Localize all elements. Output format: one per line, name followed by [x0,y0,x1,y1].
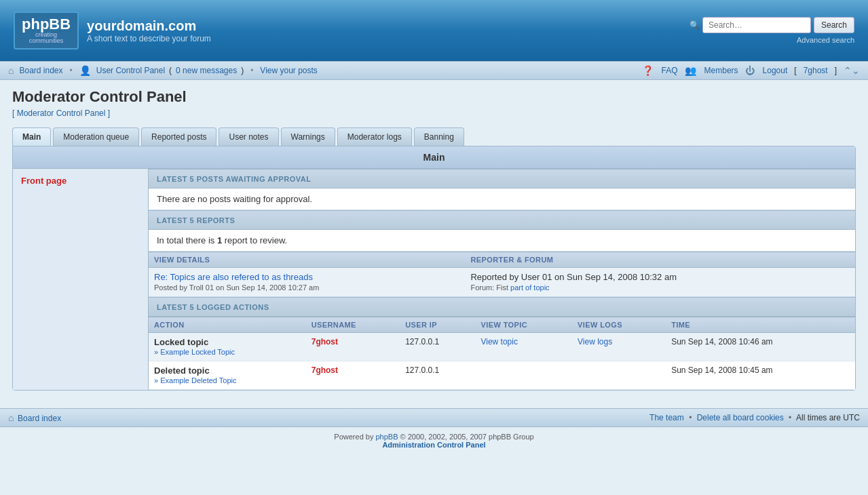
report-forum-text: Forum: Fist part of topic [470,283,549,292]
site-tagline: A short text to describe your forum [87,34,211,43]
actions-col-username: Username [306,317,400,333]
logo-communities: communities [22,38,71,44]
action-cell-time: Sun Sep 14, 2008 10:45 am [666,361,855,390]
action-cell-viewtopic [475,361,572,390]
new-messages-link[interactable]: 0 new messages [176,66,237,75]
action-sub: » Example Deleted Topic [154,376,236,384]
footer-home-icon: ⌂ [8,412,14,423]
tab-moderator-logs[interactable]: Moderator logs [337,127,412,146]
action-row: Deleted topic » Example Deleted Topic 7g… [149,361,855,390]
actions-col-time: Time [666,317,855,333]
faq-icon: ❓ [642,65,654,76]
members-icon: 👥 [685,65,696,76]
tab-user-notes[interactable]: User notes [219,127,278,146]
footer-copyright: © 2000, 2002, 2005, 2007 phpBB Group [398,433,534,441]
action-cell-username: 7ghost [306,361,400,390]
search-button[interactable]: Search [814,17,854,33]
footer-bar: ⌂ Board index The team • Delete all boar… [0,408,868,427]
tab-banning[interactable]: Banning [414,127,464,146]
members-link[interactable]: Members [704,66,738,75]
content: Moderator Control Panel [ Moderator Cont… [0,80,868,399]
header: phpBB creating communities yourdomain.co… [0,0,868,61]
approval-section-header: Latest 5 posts awaiting approval [149,169,855,189]
view-logs-link-1[interactable]: View logs [578,337,612,346]
report-forum-link[interactable]: part of topic [510,283,549,292]
action-sub-link[interactable]: » Example Locked Topic [154,348,235,356]
sidebar-front-page[interactable]: Front page [21,176,140,186]
footer-board-index-link[interactable]: Board index [18,414,61,423]
reports-col-details: View details [149,252,465,268]
breadcrumb[interactable]: [ Moderator Control Panel ] [12,108,856,118]
faq-link[interactable]: FAQ [662,66,678,75]
site-domain: yourdomain.com [87,18,211,34]
logout-icon: ⏻ [745,65,755,76]
action-username-link[interactable]: 7ghost [312,337,338,346]
logo-phpbb: phpBB [22,16,71,33]
tab-warnings[interactable]: Warnings [281,127,335,146]
actions-table: Action Username User IP View Topic View … [149,317,855,390]
logout-link[interactable]: Logout [763,66,788,75]
view-topic-link-1[interactable]: View topic [480,337,517,346]
action-sub-link[interactable]: » Example Deleted Topic [154,376,236,384]
footer-bar-left: ⌂ Board index [8,412,61,423]
breadcrumb-link[interactable]: [ Moderator Control Panel ] [12,108,110,118]
footer-bar-right: The team • Delete all board cookies • Al… [649,413,860,422]
tab-main[interactable]: Main [12,127,51,146]
action-cell-time: Sun Sep 14, 2008 10:46 am [666,333,855,361]
action-cell-viewlogs: View logs [572,333,666,361]
reports-summary-post: report to review. [222,235,287,245]
actions-col-viewtopic: View Topic [475,317,572,333]
action-cell-viewlogs [572,361,666,390]
report-details-cell: Re: Topics are also refered to as thread… [149,268,465,297]
report-posted-by: Posted by Troll 01 on Sun Sep 14, 2008 1… [154,283,319,292]
footer-all-times: All times are UTC [796,413,860,422]
search-input[interactable] [702,17,811,33]
view-your-posts-link[interactable]: View your posts [260,66,318,75]
navbar-bracket-open: [ [794,66,796,75]
search-icon: 🔍 [690,20,700,30]
collapse-icon[interactable]: ⌃⌄ [844,65,860,76]
user-control-panel-link[interactable]: User Control Panel [96,66,165,75]
tab-reported-posts[interactable]: Reported posts [141,127,216,146]
report-reporter-text: Reported by User 01 on Sun Sep 14, 2008 … [470,272,677,282]
page-title: Moderator Control Panel [12,88,856,106]
report-title-link[interactable]: Re: Topics are also refered to as thread… [154,272,313,282]
navbar-bracket-close: ] [835,66,837,75]
footer-admin-panel-link[interactable]: Administration Control Panel [382,441,485,449]
logo-area: phpBB creating communities yourdomain.co… [14,12,211,50]
approval-section-body: There are no posts waiting for approval. [149,189,855,210]
approval-empty-text: There are no posts waiting for approval. [157,194,312,204]
reports-summary-pre: In total there is [157,235,217,245]
footer-bullet-2: • [789,413,791,422]
user-icon: 👤 [79,65,91,76]
tab-moderation-queue[interactable]: Moderation queue [53,127,139,146]
action-row: Locked topic » Example Locked Topic 7gho… [149,333,855,361]
panel-body: Front page Latest 5 posts awaiting appro… [13,169,855,390]
action-cell-action: Locked topic » Example Locked Topic [149,333,306,361]
action-title: Deleted topic [154,365,210,376]
search-row: 🔍 Search [690,17,854,33]
panel-header: Main [13,146,855,169]
tabs: Main Moderation queue Reported posts Use… [12,127,856,146]
footer-delete-cookies-link[interactable]: Delete all board cookies [697,413,784,422]
report-row: Re: Topics are also refered to as thread… [149,268,855,297]
navbar-paren-close: ) [241,66,244,75]
footer-phpbb-link[interactable]: phpBB [375,433,398,441]
action-sub: » Example Locked Topic [154,348,235,356]
actions-section-header: Latest 5 logged actions [149,297,855,317]
footer-team-link[interactable]: The team [649,413,684,422]
action-username-link[interactable]: 7ghost [312,365,338,375]
username-link[interactable]: 7ghost [804,66,828,75]
site-title: yourdomain.com A short text to describe … [87,18,211,43]
advanced-search-link[interactable]: Advanced search [797,36,854,44]
approval-header-text: Latest 5 posts awaiting approval [157,175,311,183]
action-cell-viewtopic: View topic [475,333,572,361]
board-index-link[interactable]: Board index [19,66,62,75]
sidebar: Front page [13,169,149,390]
reports-table: View details Reporter & Forum Re: Topics… [149,252,855,297]
navbar-paren-open: ( [169,66,172,75]
logo[interactable]: phpBB creating communities [14,12,79,50]
report-reporter-cell: Reported by User 01 on Sun Sep 14, 2008 … [465,268,855,297]
navbar-right: ❓ FAQ 👥 Members ⏻ Logout [7ghost ] ⌃⌄ [642,65,860,76]
action-title: Locked topic [154,337,208,347]
